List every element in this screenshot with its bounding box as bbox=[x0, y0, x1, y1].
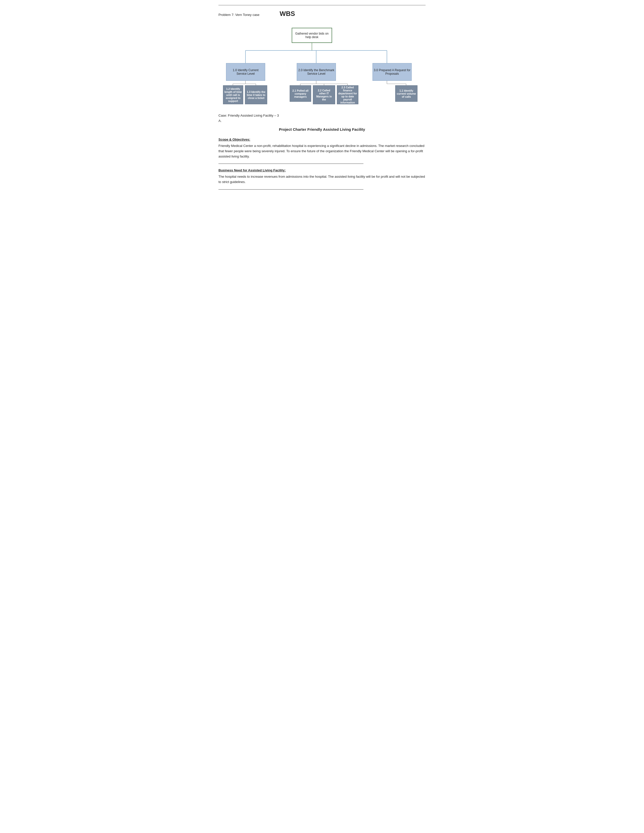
wbs-node-1-2: 1.2 Identify length of time until call i… bbox=[223, 85, 243, 104]
wbs-node-2-3-label: 2.3 Called finance department for up to … bbox=[338, 86, 357, 104]
divider-1 bbox=[219, 164, 364, 164]
scope-heading: Scope & Objectives: bbox=[219, 138, 425, 142]
wbs-node-1-2-label: 1.2 Identify length of time until call i… bbox=[224, 87, 242, 103]
wbs-diagram: Gathered vendor bids on help desk 1.0 Id… bbox=[219, 25, 425, 106]
problem-label: Problem 7: Vern Toney case bbox=[219, 13, 259, 17]
wbs-node-3-0: 3.0 Prepared A Request for Proposals bbox=[372, 63, 412, 81]
wbs-node-2-2-label: 2.2 Called other IT Managers in the bbox=[314, 89, 334, 101]
wbs-node-3-1-label: 1.1 Identify current volume of calls bbox=[396, 89, 416, 98]
wbs-node-2-0-label: 2.0 Identify the Benchmark Service Level bbox=[298, 68, 335, 76]
document-header: Problem 7: Vern Toney case WBS bbox=[219, 10, 425, 18]
case-label: Case: Friendly Assisted Living Facility … bbox=[219, 114, 425, 117]
scope-body: Friendly Medical Center a non-profit, re… bbox=[219, 143, 425, 159]
section-a-label: A. bbox=[219, 119, 425, 123]
business-need-heading: Business Need for Assisted Living Facili… bbox=[219, 168, 425, 172]
wbs-diagram-container: Gathered vendor bids on help desk 1.0 Id… bbox=[219, 25, 425, 106]
wbs-node-3-0-label: 3.0 Prepared A Request for Proposals bbox=[374, 68, 411, 76]
wbs-root-node: Gathered vendor bids on help desk bbox=[292, 28, 332, 43]
wbs-node-1-3: 1.3 Identify the time it takes to close … bbox=[245, 85, 267, 104]
wbs-node-3-1: 1.1 Identify current volume of calls bbox=[395, 85, 417, 102]
wbs-node-2-1-label: 2.1 Polled all company managers bbox=[291, 89, 310, 98]
wbs-node-2-1: 2.1 Polled all company managers bbox=[290, 85, 311, 102]
project-charter-title: Project Charter Friendly Assisted Living… bbox=[219, 127, 425, 132]
wbs-node-1-0: 1.0 Identify Current Service Level bbox=[226, 63, 265, 81]
top-divider bbox=[219, 5, 425, 5]
wbs-root-label: Gathered vendor bids on help desk bbox=[292, 32, 332, 39]
business-need-body: The hospital needs to increase revenues … bbox=[219, 174, 425, 185]
doc-title: WBS bbox=[280, 10, 295, 18]
wbs-node-2-0: 2.0 Identify the Benchmark Service Level bbox=[297, 63, 336, 81]
wbs-node-1-0-label: 1.0 Identify Current Service Level bbox=[227, 68, 264, 76]
wbs-node-2-2: 2.2 Called other IT Managers in the bbox=[313, 85, 335, 104]
wbs-node-2-3: 2.3 Called finance department for up to … bbox=[337, 85, 358, 104]
wbs-node-1-3-label: 1.3 Identify the time it takes to close … bbox=[246, 90, 266, 100]
divider-2 bbox=[219, 189, 364, 190]
